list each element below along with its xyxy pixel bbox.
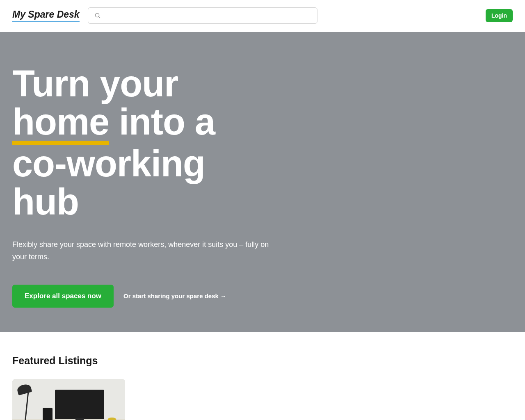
hero-title: Turn your home into a co-working hub xyxy=(12,65,258,221)
monitor-icon xyxy=(55,390,104,419)
site-logo[interactable]: My Spare Desk xyxy=(12,9,80,22)
hero-actions: Explore all spaces now Or start sharing … xyxy=(12,285,513,308)
listing-card[interactable] xyxy=(12,379,125,420)
svg-line-1 xyxy=(98,17,100,18)
svg-point-0 xyxy=(95,13,99,17)
explore-spaces-button[interactable]: Explore all spaces now xyxy=(12,285,114,308)
hero-title-part1: Turn your xyxy=(12,63,178,104)
listing-image xyxy=(12,379,125,420)
featured-section: Featured Listings xyxy=(0,332,525,420)
hero-title-underlined: home xyxy=(12,103,109,145)
header: My Spare Desk Login xyxy=(0,0,525,32)
search-input[interactable] xyxy=(105,12,311,19)
share-desk-link[interactable]: Or start sharing your spare desk → xyxy=(123,292,226,299)
login-button[interactable]: Login xyxy=(486,9,513,22)
featured-title: Featured Listings xyxy=(12,355,513,367)
monitor-stand-icon xyxy=(75,418,84,420)
plant-icon xyxy=(107,418,116,420)
hero-subtitle: Flexibly share your space with remote wo… xyxy=(12,238,279,263)
speaker-icon xyxy=(43,408,52,420)
desk-lamp-icon xyxy=(17,382,38,419)
search-icon xyxy=(94,12,101,19)
search-field-wrapper[interactable] xyxy=(88,7,317,24)
hero-section: Turn your home into a co-working hub Fle… xyxy=(0,32,525,332)
